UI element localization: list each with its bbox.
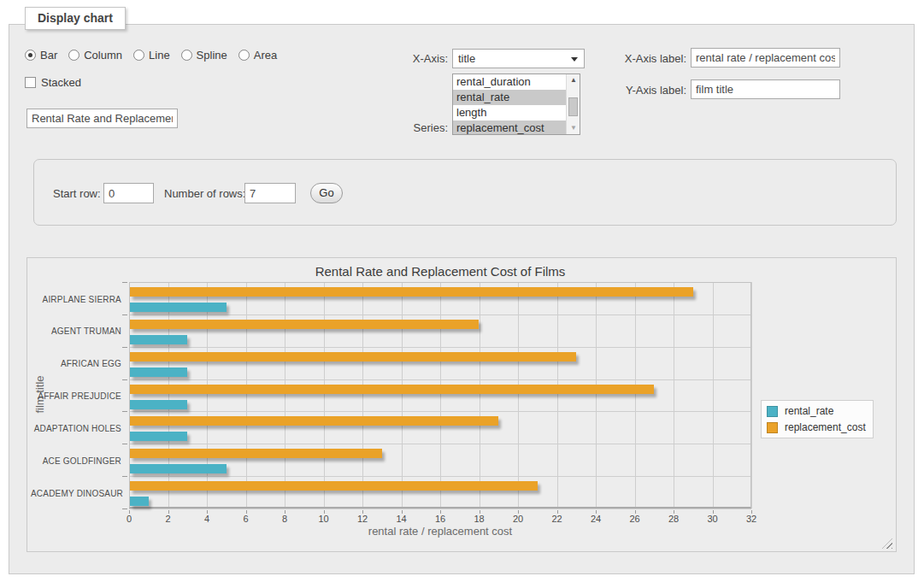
x-tick-label: 22 — [544, 514, 570, 524]
chart-type-radio-area[interactable]: Area — [238, 49, 277, 62]
radio-icon[interactable] — [25, 50, 36, 61]
bar-replacement_cost — [130, 416, 498, 426]
bar-replacement_cost — [130, 385, 654, 394]
gridline-horizontal — [129, 509, 751, 509]
y-tick-mark — [122, 476, 127, 477]
chart-type-radio-spline[interactable]: Spline — [181, 49, 227, 62]
bar-rental_rate — [130, 497, 149, 506]
legend-item: replacement_cost — [767, 421, 866, 433]
radio-label: Spline — [197, 49, 227, 62]
chart-title: Rental Rate and Replacement Cost of Film… — [27, 264, 853, 279]
legend-label: rental_rate — [785, 405, 833, 417]
chart-type-radio-column[interactable]: Column — [68, 49, 122, 62]
x-tick-label: 24 — [583, 514, 609, 524]
stacked-checkbox[interactable] — [25, 77, 36, 88]
chart-title-input[interactable] — [26, 109, 178, 128]
scroll-down-icon[interactable]: ▼ — [567, 122, 580, 134]
x-tick-label: 20 — [505, 514, 531, 524]
x-tick-label: 30 — [700, 514, 726, 524]
category-label: ACE GOLDFINGER — [31, 456, 121, 466]
series-option-rental_rate[interactable]: rental_rate — [453, 90, 566, 105]
bar-replacement_cost — [130, 449, 382, 458]
num-rows-input[interactable] — [244, 183, 296, 203]
x-axis-select[interactable]: title — [452, 49, 585, 68]
start-row-input[interactable] — [103, 183, 154, 203]
series-option-rental_duration[interactable]: rental_duration — [453, 74, 566, 90]
x-tick-label: 32 — [739, 514, 764, 524]
go-button[interactable]: Go — [310, 183, 343, 203]
x-axis-select-value: title — [458, 52, 475, 65]
radio-label: Bar — [40, 49, 57, 62]
x-tick-label: 26 — [622, 514, 648, 524]
display-chart-fieldset: Display chart BarColumnLineSplineArea St… — [9, 24, 915, 574]
x-tick-label: 6 — [233, 514, 259, 524]
y-tick-mark — [122, 509, 127, 509]
bar-rental_rate — [130, 432, 187, 441]
num-rows-label: Number of rows: — [164, 187, 245, 200]
bar-replacement_cost — [130, 320, 479, 329]
x-tick-label: 2 — [156, 514, 181, 524]
category-label: AFRICAN EGG — [31, 359, 121, 368]
chart-panel: Rental Rate and Replacement Cost of Film… — [26, 257, 897, 552]
legend-swatch-rental_rate — [767, 406, 778, 417]
gridline-vertical — [751, 282, 752, 509]
series-option-replacement_cost[interactable]: replacement_cost — [453, 121, 566, 134]
legend-swatch-replacement_cost — [767, 422, 778, 433]
series-options: rental_durationrental_ratelengthreplacem… — [453, 74, 566, 134]
x-tick-label: 18 — [467, 514, 492, 524]
x-tick-label: 12 — [350, 514, 375, 524]
radio-icon[interactable] — [238, 50, 250, 61]
x-tick-label: 0 — [116, 514, 142, 524]
x-tick-label: 4 — [194, 514, 220, 524]
x-axis-label-label: X-Axis label: — [567, 52, 686, 65]
fieldset-legend: Display chart — [25, 7, 126, 30]
chart-type-radio-bar[interactable]: Bar — [25, 49, 57, 62]
series-listbox[interactable]: rental_durationrental_ratelengthreplacem… — [452, 73, 580, 135]
radio-icon[interactable] — [68, 50, 79, 61]
radio-label: Line — [149, 49, 170, 62]
start-row-label: Start row: — [53, 187, 101, 200]
bar-replacement_cost — [130, 352, 576, 362]
y-tick-mark — [122, 444, 127, 444]
series-option-length[interactable]: length — [453, 105, 566, 121]
x-axis-select-label: X-Axis: — [362, 52, 448, 65]
x-axis-label-input[interactable] — [691, 48, 840, 68]
x-tick-label: 14 — [389, 514, 415, 524]
stacked-checkbox-row: Stacked — [25, 76, 81, 89]
bar-rental_rate — [130, 464, 227, 473]
y-tick-mark — [122, 379, 127, 380]
row-range-panel: Start row: Number of rows: Go — [33, 159, 897, 226]
y-tick-mark — [122, 315, 127, 315]
chart-type-radio-line[interactable]: Line — [133, 49, 170, 62]
y-tick-mark — [122, 347, 127, 348]
bar-rental_rate — [130, 303, 227, 312]
bar-rental_rate — [130, 367, 187, 377]
category-label: AGENT TRUMAN — [31, 326, 121, 336]
chart-type-radio-group: BarColumnLineSplineArea — [25, 49, 277, 62]
stacked-label: Stacked — [41, 76, 81, 89]
scrollbar-thumb[interactable] — [568, 97, 578, 116]
legend-label: replacement_cost — [785, 421, 866, 433]
bar-rental_rate — [130, 400, 187, 409]
y-axis-label-input[interactable] — [691, 79, 840, 99]
category-label: AIRPLANE SIERRA — [31, 295, 121, 304]
plot-area-border — [129, 282, 751, 509]
radio-icon[interactable] — [181, 50, 192, 61]
x-tick-label: 28 — [661, 514, 686, 524]
radio-label: Area — [254, 49, 277, 62]
radio-label: Column — [84, 49, 122, 62]
category-label: ADAPTATION HOLES — [31, 424, 121, 433]
chart-x-axis-title: rental rate / replacement cost — [27, 525, 853, 538]
radio-icon[interactable] — [133, 50, 144, 61]
resize-handle-icon[interactable] — [882, 538, 892, 549]
y-tick-mark — [122, 282, 127, 283]
x-tick-label: 10 — [311, 514, 337, 524]
bar-rental_rate — [130, 335, 187, 344]
bar-replacement_cost — [130, 287, 693, 297]
y-tick-mark — [122, 411, 127, 412]
legend-item: rental_rate — [767, 405, 866, 417]
page: Display chart BarColumnLineSplineArea St… — [0, 0, 924, 582]
chart-legend: rental_ratereplacement_cost — [761, 400, 874, 438]
bar-replacement_cost — [130, 481, 538, 491]
y-axis-label-label: Y-Axis label: — [567, 84, 686, 97]
